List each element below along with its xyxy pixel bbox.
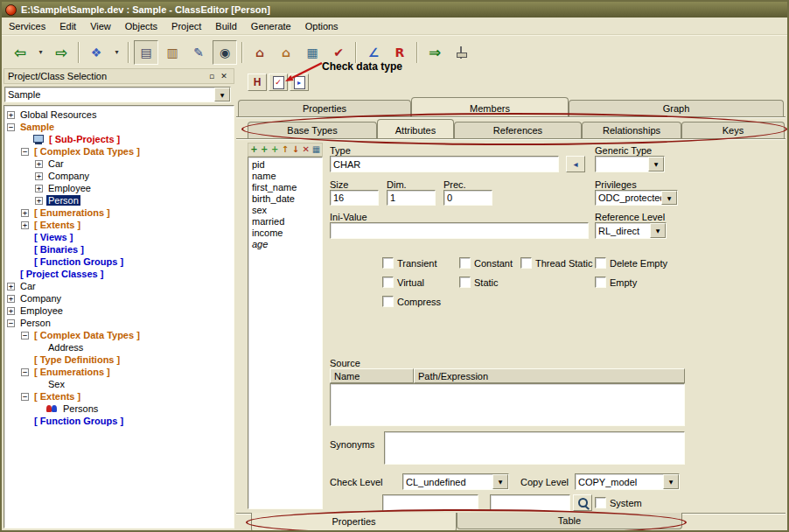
tree-item-sub-projects[interactable]: [ Sub-Projects ]: [4, 133, 234, 145]
tree-item-car[interactable]: +Car: [4, 280, 234, 292]
notebook-icon[interactable]: ▥: [160, 40, 185, 65]
flag-static[interactable]: Static: [459, 276, 499, 288]
browse-button[interactable]: [573, 494, 592, 511]
tree-item-function-groups[interactable]: [ Function Groups ]: [4, 415, 234, 427]
extra-field-1[interactable]: [382, 494, 478, 511]
tree-item-binaries[interactable]: [ Binaries ]: [4, 243, 234, 256]
source-table-body[interactable]: [330, 383, 685, 426]
back-history-icon[interactable]: ▾: [34, 40, 47, 65]
dim-input[interactable]: [387, 190, 436, 206]
system-checkbox[interactable]: System: [595, 497, 642, 508]
tree-item-enumerations[interactable]: −[ Enumerations ]: [4, 366, 234, 378]
project-selector[interactable]: Sample ▼: [4, 87, 231, 102]
size-input[interactable]: [330, 190, 379, 206]
reference-level-select[interactable]: RL_direct ▼: [595, 222, 667, 239]
detail-slider-icon[interactable]: [449, 40, 473, 65]
copy-level-select[interactable]: COPY_model ▼: [575, 473, 680, 490]
chevron-down-icon[interactable]: ▼: [214, 88, 230, 102]
menu-item-edit[interactable]: Edit: [52, 19, 83, 33]
check-level-select[interactable]: CL_undefined ▼: [402, 473, 509, 490]
menu-item-options[interactable]: Options: [298, 19, 346, 33]
member-tab-attributes[interactable]: Attributes: [377, 119, 454, 138]
source-col-name[interactable]: Name: [330, 368, 414, 383]
database-admin-icon[interactable]: ⌂: [274, 40, 298, 65]
extra-field-2[interactable]: [490, 494, 570, 511]
collapse-icon[interactable]: −: [7, 123, 15, 131]
expand-icon[interactable]: +: [7, 283, 15, 290]
expand-icon[interactable]: +: [7, 307, 15, 315]
tree-item-company[interactable]: +Company: [4, 292, 234, 304]
collapse-icon[interactable]: −: [21, 332, 29, 340]
tree-item-company[interactable]: +Company: [4, 170, 234, 182]
tree-item-function-groups[interactable]: [ Function Groups ]: [4, 256, 234, 268]
tree-item-person[interactable]: +Person: [4, 194, 234, 206]
menu-item-services[interactable]: Services: [2, 19, 52, 33]
database-icon[interactable]: ⌂: [248, 40, 272, 65]
bottom-tab-table[interactable]: Table: [457, 513, 682, 529]
tree-item-complex-data-types[interactable]: −[ Complex Data Types ]: [4, 329, 234, 341]
flag-compress[interactable]: Compress: [382, 296, 441, 307]
expand-icon[interactable]: +: [35, 160, 43, 168]
menu-item-view[interactable]: View: [83, 19, 118, 33]
flag-transient[interactable]: Transient: [382, 257, 436, 269]
generate-icon[interactable]: ⇒: [422, 40, 447, 65]
expand-icon[interactable]: +: [21, 221, 29, 229]
expand-icon[interactable]: +: [7, 295, 15, 303]
tree-item-person[interactable]: −Person: [4, 317, 234, 329]
tree-item-extents[interactable]: +[ Extents ]: [4, 219, 234, 231]
tree-item-enumerations[interactable]: +[ Enumerations ]: [4, 206, 234, 219]
tree-item-car[interactable]: +Car: [4, 158, 234, 170]
synonyms-input[interactable]: [384, 431, 685, 465]
flag-empty[interactable]: Empty: [595, 276, 637, 288]
type-input[interactable]: [330, 156, 559, 172]
tree-item-sex[interactable]: Sex: [4, 378, 234, 390]
collapse-icon[interactable]: −: [21, 148, 29, 156]
expand-icon[interactable]: +: [7, 111, 15, 119]
expand-icon[interactable]: +: [35, 185, 43, 192]
class-diagram-icon[interactable]: ❖: [84, 40, 108, 65]
privileges-select[interactable]: ODC_protected ▼: [595, 190, 678, 206]
bottom-tab-properties[interactable]: Properties: [251, 513, 457, 532]
close-icon[interactable]: ✕: [218, 71, 230, 82]
tree-item-address[interactable]: Address: [4, 341, 234, 354]
menu-item-generate[interactable]: Generate: [244, 19, 298, 33]
schema-table-icon[interactable]: ▦: [300, 40, 325, 65]
menu-item-objects[interactable]: Objects: [118, 19, 164, 33]
tree-item-extents[interactable]: −[ Extents ]: [4, 390, 234, 402]
tab-members[interactable]: Members: [411, 97, 569, 116]
collapse-icon[interactable]: −: [21, 368, 29, 376]
tree-item-views[interactable]: [ Views ]: [4, 231, 234, 243]
flag-virtual[interactable]: Virtual: [382, 276, 424, 288]
diagram-menu-icon[interactable]: ▾: [110, 40, 123, 65]
generic-type-select[interactable]: ▼: [595, 156, 665, 172]
class-editor-icon[interactable]: ◉: [213, 40, 237, 65]
titlebar[interactable]: E:\Sample\Sample.dev : Sample - ClassEdi…: [2, 2, 787, 18]
tree-item-project-classes[interactable]: [ Project Classes ]: [4, 268, 234, 280]
flag-constant[interactable]: Constant: [459, 257, 513, 269]
back-icon[interactable]: ⇦: [8, 40, 32, 65]
expand-icon[interactable]: +: [21, 209, 29, 217]
source-col-path[interactable]: Path/Expression: [414, 368, 685, 383]
expand-icon[interactable]: +: [35, 197, 43, 205]
project-browser-icon[interactable]: ▤: [134, 40, 158, 65]
tree-item-persons[interactable]: Persons: [4, 402, 234, 415]
collapse-icon[interactable]: −: [7, 319, 15, 327]
flag-delete-empty[interactable]: Delete Empty: [595, 257, 667, 269]
type-picker-button[interactable]: ◂: [566, 156, 585, 172]
flag-thread-static[interactable]: Thread Static: [520, 257, 592, 269]
float-panel-icon[interactable]: ▫: [206, 71, 218, 82]
tree-item-type-definitions[interactable]: [ Type Definitions ]: [4, 354, 234, 366]
menu-item-build[interactable]: Build: [208, 19, 243, 33]
forward-icon[interactable]: ⇨: [49, 40, 73, 65]
ini-value-input[interactable]: [330, 222, 589, 239]
menu-item-project[interactable]: Project: [164, 19, 208, 33]
tree-item-global-resources[interactable]: +Global Resources: [4, 108, 234, 121]
tree-item-employee[interactable]: +Employee: [4, 304, 234, 317]
tree-item-sample[interactable]: −Sample: [4, 121, 234, 133]
collapse-icon[interactable]: −: [21, 393, 29, 401]
object-editor-icon[interactable]: ✎: [186, 40, 211, 65]
tree-item-employee[interactable]: +Employee: [4, 182, 234, 194]
expand-icon[interactable]: +: [35, 172, 43, 180]
tree-item-complex-data-types[interactable]: −[ Complex Data Types ]: [4, 145, 234, 158]
prec-input[interactable]: [443, 190, 492, 206]
